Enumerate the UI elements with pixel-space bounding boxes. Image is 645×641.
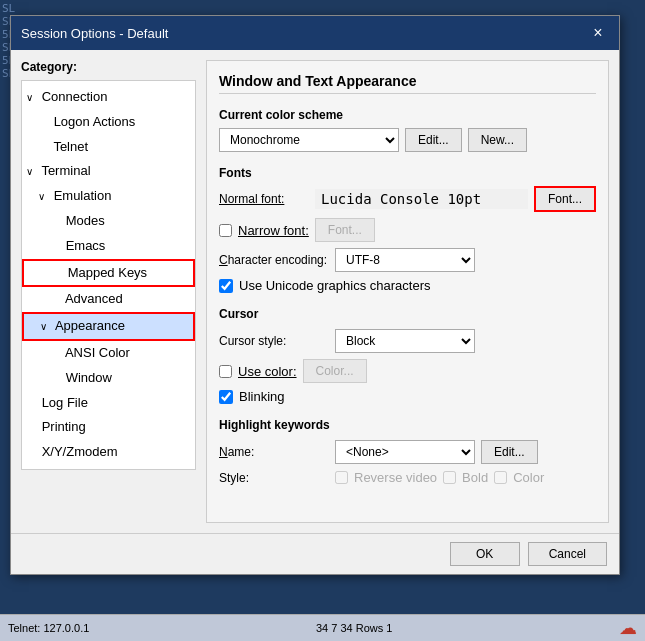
- expand-icon-logon: [38, 115, 50, 131]
- tree-label-terminal: Terminal: [41, 163, 90, 178]
- section-title: Window and Text Appearance: [219, 73, 596, 94]
- bold-checkbox[interactable]: [443, 471, 456, 484]
- tree-label-logon: Logon Actions: [54, 114, 136, 129]
- unicode-graphics-row: Use Unicode graphics characters: [219, 278, 596, 293]
- expand-icon-emacs: [50, 239, 62, 255]
- cursor-style-label: Cursor style:: [219, 334, 329, 348]
- tree-label-advanced: Advanced: [65, 291, 123, 306]
- category-label: Category:: [21, 60, 196, 74]
- tree-item-mapped-keys[interactable]: Mapped Keys: [22, 259, 195, 288]
- close-button[interactable]: ×: [587, 22, 609, 44]
- tree-label-emulation: Emulation: [54, 188, 112, 203]
- blinking-label: Blinking: [239, 389, 285, 404]
- status-info: 34 7 34 Rows 1: [316, 622, 392, 634]
- status-text: Telnet: 127.0.0.1: [8, 622, 89, 634]
- fonts-group: Fonts Normal font: Lucida Console 10pt F…: [219, 166, 596, 293]
- fonts-label: Fonts: [219, 166, 596, 180]
- tree-label-xyz: X/Y/Zmodem: [42, 444, 118, 459]
- highlight-color-label: Color: [513, 470, 544, 485]
- edit-color-btn[interactable]: Edit...: [405, 128, 462, 152]
- expand-icon-printing: [26, 420, 38, 436]
- expand-icon-advanced: [50, 292, 62, 308]
- tree-item-xyzmodem[interactable]: X/Y/Zmodem: [22, 440, 195, 465]
- highlight-group: Highlight keywords Name: <None> Edit... …: [219, 418, 596, 485]
- tree-item-emacs[interactable]: Emacs: [22, 234, 195, 259]
- tree-label-emacs: Emacs: [66, 238, 106, 253]
- expand-icon-ansi: [50, 346, 62, 362]
- tree-label-appearance: Appearance: [55, 318, 125, 333]
- dialog-body: Category: ∨ Connection Logon Actions: [11, 50, 619, 533]
- color-scheme-group: Current color scheme Monochrome Edit... …: [219, 108, 596, 152]
- normal-font-label: Normal font:: [219, 192, 309, 206]
- tree-item-appearance[interactable]: ∨ Appearance: [22, 312, 195, 341]
- title-bar: Session Options - Default ×: [11, 16, 619, 50]
- unicode-graphics-checkbox[interactable]: [219, 279, 233, 293]
- expand-icon-log: [26, 396, 38, 412]
- new-color-btn[interactable]: New...: [468, 128, 527, 152]
- highlight-label: Highlight keywords: [219, 418, 596, 432]
- color-scheme-label: Current color scheme: [219, 108, 596, 122]
- tree-label-window: Window: [66, 370, 112, 385]
- tree-label-mapped-keys: Mapped Keys: [68, 265, 148, 280]
- cursor-style-select[interactable]: Block: [335, 329, 475, 353]
- highlight-style-row: Style: Reverse video Bold Color: [219, 470, 596, 485]
- tree-label-ansi: ANSI Color: [65, 345, 130, 360]
- expand-icon-modes: [50, 214, 62, 230]
- color-scheme-select[interactable]: Monochrome: [219, 128, 399, 152]
- cursor-color-btn: Color...: [303, 359, 367, 383]
- tree-item-emulation[interactable]: ∨ Emulation: [22, 184, 195, 209]
- logo-icon: ☁: [619, 617, 637, 639]
- dialog-title: Session Options - Default: [21, 26, 168, 41]
- bold-label: Bold: [462, 470, 488, 485]
- expand-icon-telnet: [38, 140, 50, 156]
- tree-item-modes[interactable]: Modes: [22, 209, 195, 234]
- cursor-group: Cursor Cursor style: Block Use color: Co…: [219, 307, 596, 404]
- blinking-checkbox[interactable]: [219, 390, 233, 404]
- status-bar: Telnet: 127.0.0.1 34 7 34 Rows 1 ☁: [0, 614, 645, 641]
- cursor-color-label: Use color:: [238, 364, 297, 379]
- dialog-footer: OK Cancel: [11, 533, 619, 574]
- tree-item-window[interactable]: Window: [22, 366, 195, 391]
- tree-item-terminal[interactable]: ∨ Terminal: [22, 159, 195, 184]
- highlight-name-select[interactable]: <None>: [335, 440, 475, 464]
- narrow-font-btn: Font...: [315, 218, 375, 242]
- narrow-font-row: Narrow font: Font...: [219, 218, 596, 242]
- tree-item-telnet[interactable]: Telnet: [22, 135, 195, 160]
- cancel-button[interactable]: Cancel: [528, 542, 607, 566]
- tree-item-connection[interactable]: ∨ Connection: [22, 85, 195, 110]
- expand-icon-emulation: ∨: [38, 189, 50, 205]
- expand-icon-appearance: ∨: [40, 319, 52, 335]
- tree-panel: ∨ Connection Logon Actions Telnet: [21, 80, 196, 470]
- highlight-color-checkbox[interactable]: [494, 471, 507, 484]
- tree-item-advanced[interactable]: Advanced: [22, 287, 195, 312]
- cursor-color-checkbox[interactable]: [219, 365, 232, 378]
- char-encoding-row: Character encoding: UTF-8: [219, 248, 596, 272]
- blinking-row: Blinking: [219, 389, 596, 404]
- tree-item-log-file[interactable]: Log File: [22, 391, 195, 416]
- normal-font-value: Lucida Console 10pt: [315, 189, 528, 209]
- tree-item-ansi-color[interactable]: ANSI Color: [22, 341, 195, 366]
- highlight-edit-btn[interactable]: Edit...: [481, 440, 538, 464]
- tree-label-connection: Connection: [42, 89, 108, 104]
- main-panel: Window and Text Appearance Current color…: [206, 60, 609, 523]
- char-encoding-select[interactable]: UTF-8: [335, 248, 475, 272]
- tree-item-printing[interactable]: Printing: [22, 415, 195, 440]
- normal-font-btn[interactable]: Font...: [534, 186, 596, 212]
- narrow-font-checkbox[interactable]: [219, 224, 232, 237]
- tree-label-telnet: Telnet: [53, 139, 88, 154]
- ok-button[interactable]: OK: [450, 542, 520, 566]
- reverse-video-checkbox[interactable]: [335, 471, 348, 484]
- highlight-name-label: Name:: [219, 445, 329, 459]
- tree-label-printing: Printing: [42, 419, 86, 434]
- tree-item-logon-actions[interactable]: Logon Actions: [22, 110, 195, 135]
- expand-icon-connection: ∨: [26, 90, 38, 106]
- cursor-label: Cursor: [219, 307, 596, 321]
- tree-label-log: Log File: [42, 395, 88, 410]
- expand-icon-mapped-keys: [52, 266, 64, 282]
- session-options-dialog: Session Options - Default × Category: ∨ …: [10, 15, 620, 575]
- normal-font-row: Normal font: Lucida Console 10pt Font...: [219, 186, 596, 212]
- cursor-color-row: Use color: Color...: [219, 359, 596, 383]
- narrow-font-label: Narrow font:: [238, 223, 309, 238]
- cursor-style-row: Cursor style: Block: [219, 329, 596, 353]
- expand-icon-xyz: [26, 445, 38, 461]
